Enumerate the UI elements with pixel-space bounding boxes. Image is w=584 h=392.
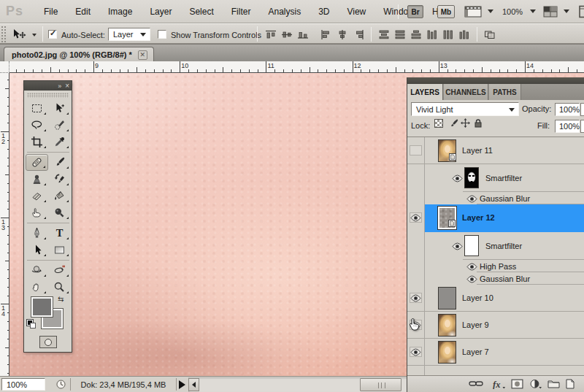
tools-palette-header[interactable]: » × (24, 81, 72, 91)
distribute-horizontal-centers-icon[interactable] (442, 29, 455, 40)
smart-filter-row[interactable]: Smartfilter (407, 164, 584, 192)
horizontal-ruler[interactable]: 91011121314 (9, 61, 584, 73)
visibility-toggle[interactable] (466, 262, 477, 271)
status-zoom-field[interactable]: 100% (1, 378, 45, 391)
tab-channels[interactable]: CHANNELS (444, 84, 488, 100)
align-horizontal-centers-icon[interactable] (336, 29, 349, 40)
align-vertical-centers-icon[interactable] (280, 29, 293, 40)
lasso-tool[interactable] (26, 117, 48, 134)
distribute-left-edges-icon[interactable] (426, 29, 439, 40)
screen-mode-icon[interactable] (464, 6, 482, 19)
workspace-layout-icon[interactable] (543, 6, 558, 19)
bridge-button[interactable]: Br (407, 5, 423, 18)
workspace-caret-icon[interactable] (564, 9, 569, 13)
screen-mode-caret-icon[interactable] (488, 9, 493, 13)
layer-thumbnail[interactable] (438, 314, 456, 337)
quick-selection-tool[interactable] (48, 117, 71, 134)
vertical-ruler[interactable]: 121314 (0, 73, 9, 376)
opacity-value-field[interactable]: 100% (555, 103, 580, 116)
menu-layer[interactable]: Layer (141, 0, 180, 23)
distribute-right-edges-icon[interactable] (458, 29, 471, 40)
quick-mask-button[interactable] (39, 336, 57, 348)
tool-preset-caret-icon[interactable] (32, 34, 36, 36)
fill-value-field[interactable]: 100% (555, 120, 580, 133)
shape-tool[interactable] (48, 242, 71, 258)
layer-name[interactable]: Layer 10 (462, 293, 493, 302)
layer-row-layer-7[interactable]: Layer 7 (407, 339, 584, 366)
palette-grip-handle[interactable] (27, 93, 69, 98)
close-panel-icon[interactable]: × (65, 82, 69, 90)
layer-row-layer-11[interactable]: Layer 11 (407, 137, 584, 164)
auto-select-checkbox[interactable]: ✓ (48, 30, 57, 39)
brush-tool[interactable] (48, 154, 71, 171)
layer-style-fx-icon[interactable]: fx (492, 379, 506, 391)
new-group-icon[interactable] (548, 379, 560, 390)
paint-bucket-tool[interactable] (48, 188, 71, 204)
clone-stamp-tool[interactable] (26, 171, 48, 188)
path-selection-tool[interactable] (26, 242, 48, 258)
visibility-toggle[interactable] (410, 212, 422, 223)
link-layers-icon[interactable] (469, 379, 483, 390)
layer-name[interactable]: Layer 7 (462, 347, 489, 356)
smart-filter-label[interactable]: Smartfilter (485, 242, 522, 250)
layer-thumbnail[interactable] (438, 207, 456, 229)
status-options-arrow-icon[interactable] (179, 380, 185, 389)
distribute-top-edges-icon[interactable] (377, 29, 391, 40)
filter-item-gaussian-blur[interactable]: Gaussian Blur (407, 272, 584, 285)
options-grip-handle[interactable] (1, 26, 7, 42)
history-brush-tool[interactable] (48, 171, 71, 188)
zoom-level[interactable]: 100% (502, 7, 523, 16)
align-top-edges-icon[interactable] (264, 29, 277, 40)
align-bottom-edges-icon[interactable] (296, 29, 310, 40)
lock-all-icon[interactable] (474, 118, 483, 129)
menu-select[interactable]: Select (180, 0, 222, 23)
smart-filter-label[interactable]: Smartfilter (485, 174, 522, 182)
filter-mask-thumbnail[interactable] (464, 235, 479, 256)
distribute-vertical-centers-icon[interactable] (393, 29, 407, 40)
filter-item-gaussian-blur[interactable]: Gaussian Blur (407, 192, 584, 204)
lock-pixels-icon[interactable] (448, 118, 458, 130)
auto-select-dropdown[interactable]: Layer (108, 28, 150, 41)
burn-tool[interactable] (48, 204, 71, 221)
filter-name[interactable]: Gaussian Blur (480, 274, 530, 283)
tab-layers[interactable]: LAYERS (407, 84, 443, 100)
new-adjustment-layer-icon[interactable] (530, 379, 542, 391)
menu-image[interactable]: Image (99, 0, 141, 23)
layer-row-layer-12[interactable]: Layer 12 (407, 204, 584, 232)
menu-3d[interactable]: 3D (310, 0, 338, 23)
menu-view[interactable]: View (338, 0, 374, 23)
layer-row-layer-10[interactable]: Layer 10 (407, 285, 584, 312)
layer-name[interactable]: Layer 11 (462, 146, 493, 155)
document-tab[interactable]: photo02.jpg @ 100% (RGB/8#) * ✕ (4, 47, 154, 62)
default-colors-icon[interactable] (27, 320, 36, 329)
rectangular-marquee-tool[interactable] (26, 100, 48, 117)
foreground-color-swatch[interactable] (31, 297, 53, 317)
distribute-bottom-edges-icon[interactable] (410, 29, 423, 40)
align-right-edges-icon[interactable] (352, 29, 365, 40)
3d-orbit-tool[interactable] (48, 262, 71, 279)
menu-filter[interactable]: Filter (223, 0, 260, 23)
layer-name[interactable]: Layer 9 (462, 320, 489, 329)
filter-name[interactable]: High Pass (480, 262, 516, 271)
crop-tool[interactable] (26, 134, 48, 150)
panel-dock-bar[interactable] (407, 77, 584, 84)
hand-tool[interactable] (26, 279, 48, 296)
device-central-button[interactable]: Mb (437, 5, 455, 18)
visibility-toggle[interactable] (410, 145, 422, 155)
document-size-indicator[interactable]: Dok: 23,4 MB/195,4 MB (70, 378, 177, 391)
swap-colors-icon[interactable]: ⇆ (58, 295, 64, 303)
add-layer-mask-icon[interactable] (511, 379, 523, 391)
layer-thumbnail[interactable] (438, 341, 456, 364)
menu-analysis[interactable]: Analysis (259, 0, 310, 23)
align-left-edges-icon[interactable] (320, 29, 333, 40)
ruler-origin-corner[interactable] (0, 61, 9, 73)
lock-position-icon[interactable] (461, 118, 470, 129)
3d-rotate-tool[interactable] (26, 262, 48, 279)
spot-healing-brush-tool[interactable] (26, 154, 48, 171)
menu-edit[interactable]: Edit (66, 0, 99, 23)
auto-align-layers-icon[interactable] (483, 29, 496, 40)
type-tool[interactable]: T (48, 225, 71, 242)
layer-name[interactable]: Layer 12 (462, 213, 495, 222)
zoom-tool[interactable] (48, 279, 71, 296)
eraser-tool[interactable] (26, 188, 48, 204)
